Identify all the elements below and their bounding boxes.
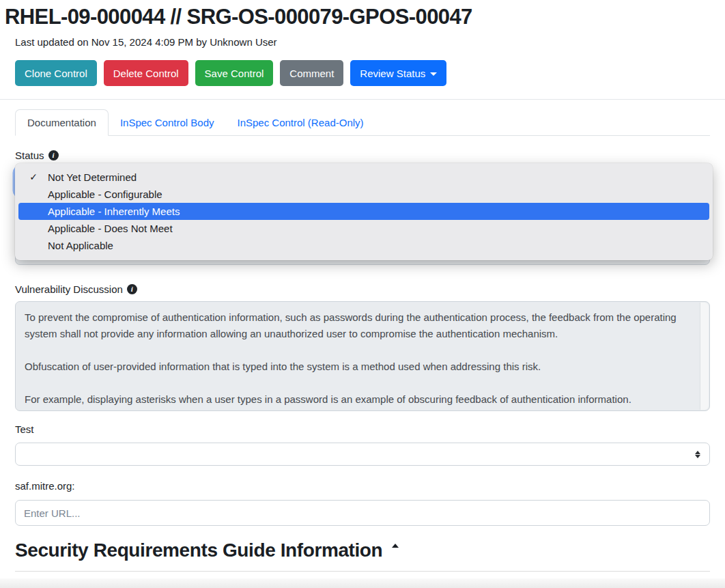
tab-inspec-control-body[interactable]: InSpec Control Body: [109, 110, 226, 135]
status-dropdown-menu: ✓ Not Yet Determined Applicable - Config…: [15, 163, 713, 260]
menu-item-applicable-inherently-meets[interactable]: Applicable - Inherently Meets: [18, 203, 709, 220]
vulnerability-paragraph: To prevent the compromise of authenticat…: [25, 309, 689, 342]
clone-control-label: Clone Control: [25, 68, 87, 79]
test-label-text: Test: [15, 423, 34, 435]
section-divider: [15, 571, 710, 572]
comment-button[interactable]: Comment: [280, 60, 343, 86]
saf-url-label: saf.mitre.org:: [15, 480, 710, 492]
srg-information-heading[interactable]: Security Requirements Guide Information: [15, 540, 710, 561]
menu-item-applicable-configurable[interactable]: Applicable - Configurable: [15, 186, 713, 203]
clone-control-button[interactable]: Clone Control: [15, 60, 97, 86]
next-section-edge: [0, 578, 725, 588]
vulnerability-paragraph: For example, displaying asterisks when a…: [25, 391, 689, 408]
info-icon[interactable]: i: [48, 150, 59, 160]
textarea-scrollbar[interactable]: [700, 303, 709, 410]
saf-url-label-text: saf.mitre.org:: [15, 480, 75, 492]
review-status-label: Review Status: [360, 68, 425, 79]
checkmark-icon: ✓: [23, 169, 44, 186]
collapse-caret-icon[interactable]: [392, 544, 399, 548]
tab-bar: Documentation InSpec Control Body InSpec…: [15, 109, 710, 136]
last-updated-text: Last updated on Nov 15, 2024 4:09 PM by …: [15, 36, 710, 48]
delete-control-label: Delete Control: [113, 68, 179, 79]
menu-item-label: Not Yet Determined: [48, 171, 137, 183]
vulnerability-paragraph: Obfuscation of user-provided information…: [25, 359, 689, 375]
menu-item-label: Not Applicable: [48, 240, 113, 251]
delete-control-button[interactable]: Delete Control: [104, 60, 188, 86]
test-label: Test: [15, 423, 710, 435]
menu-item-label: Applicable - Configurable: [48, 188, 162, 200]
vulnerability-discussion-textarea[interactable]: To prevent the compromise of authenticat…: [15, 301, 710, 411]
menu-item-not-applicable[interactable]: Not Applicable: [15, 237, 713, 254]
menu-item-applicable-does-not-meet[interactable]: Applicable - Does Not Meet: [15, 220, 713, 237]
vulnerability-discussion-label-text: Vulnerability Discussion: [15, 283, 123, 295]
status-label-text: Status: [15, 150, 44, 161]
tab-documentation[interactable]: Documentation: [15, 109, 109, 136]
save-control-label: Save Control: [205, 68, 264, 79]
vulnerability-discussion-label: Vulnerability Discussion i: [15, 283, 710, 295]
menu-item-label: Applicable - Does Not Meet: [48, 223, 173, 234]
saf-url-input[interactable]: [15, 500, 710, 526]
status-label: Status i: [15, 150, 710, 161]
menu-item-not-yet-determined[interactable]: ✓ Not Yet Determined: [15, 169, 713, 186]
test-select[interactable]: [15, 443, 710, 466]
srg-information-heading-text: Security Requirements Guide Information: [15, 540, 382, 561]
comment-label: Comment: [289, 68, 334, 79]
select-updown-icon: [695, 451, 700, 458]
page-title: RHEL-09-000044 // SRG-OS-000079-GPOS-000…: [5, 5, 725, 29]
menu-item-label: Applicable - Inherently Meets: [48, 206, 180, 217]
info-icon[interactable]: i: [127, 284, 137, 294]
toolbar-divider: [0, 99, 725, 100]
caret-down-icon: [430, 72, 437, 76]
status-field-zone: ✓ Not Yet Determined Applicable - Config…: [15, 165, 710, 274]
tab-inspec-control-readonly[interactable]: InSpec Control (Read-Only): [225, 110, 375, 135]
review-status-button[interactable]: Review Status: [350, 60, 446, 86]
toolbar: Clone Control Delete Control Save Contro…: [15, 60, 710, 86]
save-control-button[interactable]: Save Control: [195, 60, 274, 86]
